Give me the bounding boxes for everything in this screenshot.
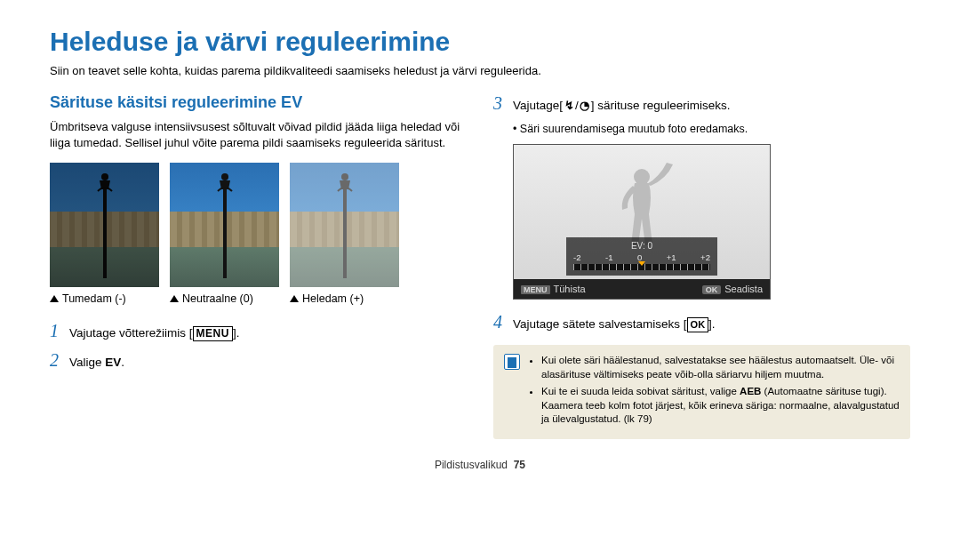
step-number: 4: [493, 312, 513, 332]
step-4-text: Vajutage sätete salvestamiseks [OK].: [513, 317, 910, 332]
svg-rect-0: [103, 189, 107, 278]
ok-icon: OK: [687, 317, 709, 332]
triangle-icon: [170, 295, 179, 302]
note-box: Kui olete säri häälestanud, salvestataks…: [493, 345, 910, 439]
lamp-icon: [87, 172, 123, 278]
left-steps: 1 Vajutage võtterežiimis [MENU]. 2 Valig…: [50, 321, 467, 371]
ev-panel: EV: 0 -2 -1 0 +1 +2: [566, 237, 717, 276]
svg-rect-4: [343, 189, 347, 278]
menu-icon: MENU: [193, 326, 233, 341]
lcd-menu-tag: MENU: [521, 285, 550, 294]
lcd-bottom-bar: MENUTühista OKSeadista: [514, 279, 770, 299]
lamp-icon: [207, 172, 243, 278]
step-3-text: Vajutage[↯/◔] särituse reguleerimiseks.: [513, 99, 910, 112]
lcd-set-label: Seadista: [724, 284, 763, 294]
page-title: Heleduse ja värvi reguleerimine: [50, 27, 910, 57]
photo-captions: Tumedam (-) Neutraalne (0) Heledam (+): [50, 292, 467, 305]
right-column: 3 Vajutage[↯/◔] särituse reguleerimiseks…: [493, 93, 910, 439]
photo-brighter: [290, 163, 399, 287]
ev-value: EV: 0: [573, 241, 710, 251]
caption-darker: Tumedam (-): [62, 292, 126, 305]
timer-icon: ◔: [579, 100, 591, 112]
step-4: 4 Vajutage sätete salvestamiseks [OK].: [493, 312, 910, 332]
step-2: 2 Valige EV.: [50, 350, 467, 371]
step-1-text: Vajutage võtterežiimis [MENU].: [69, 326, 467, 341]
lamp-icon: [327, 172, 363, 278]
step-number: 3: [493, 93, 513, 114]
svg-point-6: [634, 169, 650, 185]
svg-point-1: [101, 173, 108, 180]
photo-darker: [50, 163, 159, 287]
step-3: 3 Vajutage[↯/◔] särituse reguleerimiseks…: [493, 93, 910, 114]
caption-brighter: Heledam (+): [302, 292, 364, 305]
step-1: 1 Vajutage võtterežiimis [MENU].: [50, 321, 467, 341]
left-paragraph: Ümbritseva valguse intensiivsusest sõltu…: [50, 119, 467, 150]
step-3-bullet: Säri suurendamisega muutub foto eredamak…: [513, 123, 910, 135]
svg-point-3: [221, 173, 228, 180]
note-item: Kui te ei suuda leida sobivat säritust, …: [541, 385, 900, 427]
info-icon: [504, 354, 520, 370]
lcd-ok-tag: OK: [702, 285, 722, 294]
left-subheader: Särituse käsitsi reguleerimine EV: [50, 93, 467, 112]
example-photos: [50, 163, 467, 287]
left-column: Särituse käsitsi reguleerimine EV Ümbrit…: [50, 93, 467, 439]
note-list: Kui olete säri häälestanud, salvestataks…: [529, 354, 900, 430]
flash-icon: ↯: [563, 100, 575, 112]
step-number: 2: [50, 350, 69, 371]
ev-bar: [573, 264, 710, 270]
content-columns: Särituse käsitsi reguleerimine EV Ümbrit…: [50, 93, 910, 439]
svg-point-5: [341, 173, 348, 180]
ev-marker-icon: [638, 261, 645, 266]
triangle-icon: [50, 295, 59, 302]
lcd-cancel-label: Tühista: [554, 284, 586, 294]
svg-rect-2: [223, 189, 227, 278]
caption-neutral: Neutraalne (0): [182, 292, 253, 305]
step-number: 1: [50, 321, 69, 341]
intro-text: Siin on teavet selle kohta, kuidas parem…: [50, 64, 910, 77]
step-2-text: Valige EV.: [69, 356, 467, 369]
camera-lcd: EV: 0 -2 -1 0 +1 +2 MENUTühista OKSeadis…: [513, 144, 771, 300]
triangle-icon: [290, 295, 299, 302]
page-footer: Pildistusvalikud 75: [50, 459, 910, 471]
photo-neutral: [170, 163, 279, 287]
note-item: Kui olete säri häälestanud, salvestataks…: [541, 354, 900, 381]
